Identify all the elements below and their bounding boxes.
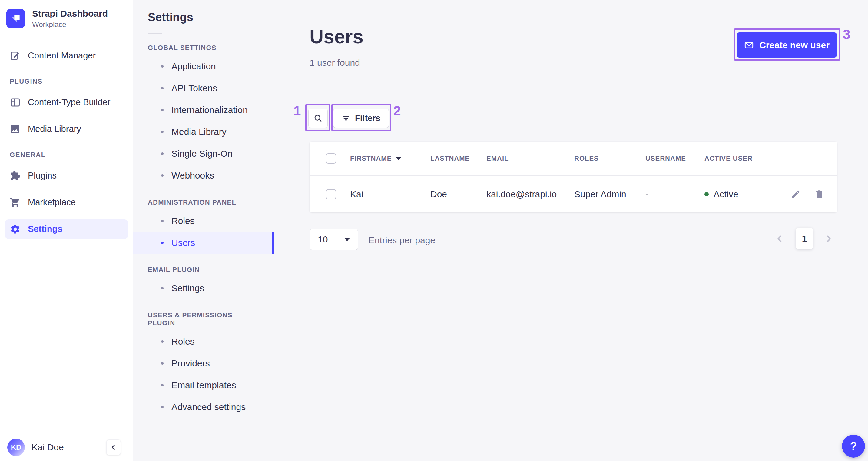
page-size-select[interactable]: 10 — [310, 229, 358, 250]
subnav-item-label: Media Library — [172, 127, 226, 137]
settings-subnav: Settings GLOBAL SETTINGS Application API… — [133, 0, 274, 461]
column-header-firstname[interactable]: FIRSTNAME — [350, 154, 430, 163]
active-status-dot-icon — [705, 192, 709, 196]
sidebar-item-media-library[interactable]: Media Library — [5, 119, 128, 139]
sidebar-item-label: Media Library — [28, 124, 81, 134]
entries-per-page-label: Entries per page — [369, 235, 435, 246]
filters-button[interactable]: Filters — [333, 109, 389, 128]
sidebar-item-plugins[interactable]: Plugins — [5, 166, 128, 185]
subnav-item-webhooks[interactable]: Webhooks — [133, 165, 274, 186]
subnav-section-global-settings: GLOBAL SETTINGS — [148, 44, 259, 52]
search-icon — [313, 114, 322, 123]
page-title: Users — [310, 25, 364, 48]
subnav-item-label: Roles — [172, 216, 195, 226]
sidebar-item-content-manager[interactable]: Content Manager — [5, 46, 128, 65]
column-header-active-user[interactable]: ACTIVE USER — [705, 154, 774, 163]
subnav-section-users-permissions-plugin: USERS & PERMISSIONS PLUGIN — [148, 311, 259, 327]
help-button[interactable]: ? — [842, 435, 865, 458]
status-label: Active — [714, 189, 738, 199]
subnav-item-label: Webhooks — [172, 170, 214, 181]
subnav-item-label: Roles — [172, 337, 195, 347]
subnav-item-internationalization[interactable]: Internationalization — [133, 99, 274, 121]
search-button[interactable] — [308, 109, 328, 128]
sidebar-item-settings[interactable]: Settings — [5, 220, 128, 239]
subnav-section-administration-panel: ADMINISTRATION PANEL — [148, 199, 259, 206]
filter-icon — [342, 114, 350, 122]
cell-active-status: Active — [705, 189, 774, 199]
gear-icon — [10, 224, 21, 235]
column-header-lastname[interactable]: LASTNAME — [430, 154, 486, 163]
table-header-row: FIRSTNAME LASTNAME EMAIL ROLES USERNAME … — [310, 142, 837, 175]
user-count: 1 user found — [310, 58, 360, 68]
subnav-item-email-templates[interactable]: Email templates — [133, 374, 274, 396]
edit-user-button[interactable] — [790, 189, 801, 199]
collapse-sidebar-button[interactable] — [106, 439, 121, 455]
subnav-item-label: Internationalization — [172, 105, 248, 115]
strapi-logo-icon — [6, 9, 26, 28]
cell-roles: Super Admin — [574, 189, 645, 199]
bullet-icon — [161, 384, 163, 386]
workspace-name: Workplace — [32, 20, 108, 29]
subnav-item-media-library[interactable]: Media Library — [133, 121, 274, 143]
cart-icon — [10, 197, 21, 208]
bullet-icon — [161, 362, 163, 365]
create-new-user-button[interactable]: Create new user — [737, 32, 837, 58]
subnav-item-advanced-settings[interactable]: Advanced settings — [133, 396, 274, 418]
subnav-item-email-settings[interactable]: Settings — [133, 277, 274, 299]
column-header-username[interactable]: USERNAME — [645, 154, 705, 163]
next-page-button[interactable] — [823, 233, 834, 244]
sidebar-item-marketplace[interactable]: Marketplace — [5, 193, 128, 212]
chevron-left-icon — [774, 233, 785, 244]
workspace-brand[interactable]: Strapi Dashboard Workplace — [0, 0, 133, 38]
app-title: Strapi Dashboard — [32, 8, 108, 19]
bullet-icon — [161, 287, 163, 289]
cell-email: kai.doe@strapi.io — [486, 189, 574, 199]
subnav-title: Settings — [133, 0, 274, 24]
sidebar-section-general: GENERAL — [10, 151, 128, 159]
sort-desc-icon[interactable] — [396, 157, 401, 160]
subnav-item-label: Advanced settings — [172, 402, 246, 412]
delete-user-button[interactable] — [814, 189, 825, 199]
select-all-checkbox[interactable] — [326, 153, 336, 164]
subnav-item-users[interactable]: Users — [133, 232, 274, 254]
subnav-item-api-tokens[interactable]: API Tokens — [133, 77, 274, 99]
puzzle-icon — [10, 170, 21, 181]
subnav-item-providers[interactable]: Providers — [133, 352, 274, 374]
subnav-item-label: Users — [172, 238, 195, 248]
user-name: Kai Doe — [31, 442, 64, 453]
subnav-item-roles-admin[interactable]: Roles — [133, 210, 274, 232]
sidebar-item-content-type-builder[interactable]: Content-Type Builder — [5, 93, 128, 112]
bullet-icon — [161, 220, 163, 222]
subnav-item-label: Email templates — [172, 380, 236, 391]
subnav-item-label: Settings — [172, 283, 204, 293]
envelope-icon — [744, 40, 754, 50]
chevron-right-icon — [823, 233, 834, 244]
sidebar-section-plugins: PLUGINS — [10, 78, 128, 85]
row-checkbox[interactable] — [326, 189, 336, 199]
bullet-icon — [161, 406, 163, 408]
bullet-icon — [161, 340, 163, 343]
chevron-left-icon — [109, 443, 118, 452]
sidebar-item-label: Content-Type Builder — [28, 97, 110, 107]
bullet-icon — [161, 152, 163, 155]
annotation-label-2: 2 — [394, 104, 401, 118]
sidebar-item-label: Settings — [28, 224, 62, 234]
subnav-section-email-plugin: EMAIL PLUGIN — [148, 266, 259, 274]
table-row[interactable]: Kai Doe kai.doe@strapi.io Super Admin - … — [310, 175, 837, 212]
subnav-item-application[interactable]: Application — [133, 55, 274, 77]
previous-page-button[interactable] — [774, 233, 785, 244]
sidebar-item-label: Plugins — [28, 171, 57, 181]
layout-icon — [10, 97, 21, 108]
page-number-button[interactable]: 1 — [796, 228, 813, 249]
bullet-icon — [161, 174, 163, 177]
main-sidebar: Strapi Dashboard Workplace Content Manag… — [0, 0, 133, 461]
subnav-item-single-sign-on[interactable]: Single Sign-On — [133, 143, 274, 165]
subnav-item-roles-up[interactable]: Roles — [133, 331, 274, 352]
avatar[interactable]: KD — [7, 438, 25, 456]
chevron-down-icon — [344, 238, 350, 241]
main-content: Users 1 user found Create new user Fi — [274, 0, 868, 461]
column-header-email[interactable]: EMAIL — [486, 154, 574, 163]
users-table: FIRSTNAME LASTNAME EMAIL ROLES USERNAME … — [310, 142, 837, 212]
bullet-icon — [161, 241, 163, 244]
column-header-roles[interactable]: ROLES — [574, 154, 645, 163]
